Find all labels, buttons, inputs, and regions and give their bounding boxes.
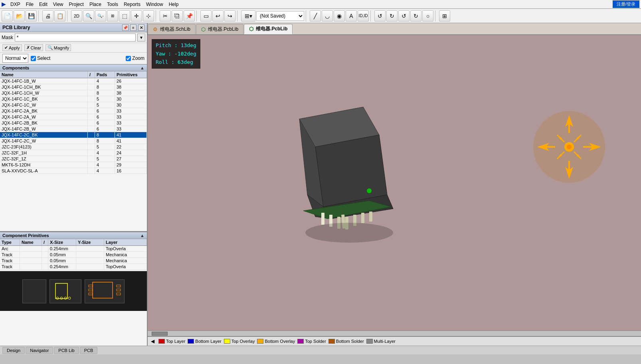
navigation-compass[interactable] <box>529 107 609 187</box>
paste-button[interactable]: 📌 <box>184 10 195 22</box>
zoom-out-button[interactable]: 🔍- <box>95 10 106 22</box>
layer-2[interactable]: Top Overlay <box>224 339 255 344</box>
arc-button[interactable]: ◡ <box>322 10 333 22</box>
components-scroll-up[interactable]: ▲ <box>140 65 144 70</box>
layer-5[interactable]: Bottom Solder <box>328 339 364 344</box>
mask-input[interactable] <box>15 34 136 42</box>
redo-button[interactable]: ↪ <box>224 10 235 22</box>
viewport-hscroll[interactable] <box>148 330 641 336</box>
menu-help[interactable]: Help <box>166 1 181 8</box>
menu-place[interactable]: Place <box>87 1 104 8</box>
layer-0[interactable]: Top Layer <box>158 339 185 344</box>
menu-reports[interactable]: Reports <box>121 1 143 8</box>
grid-btn[interactable]: ⊞▾ <box>241 10 255 22</box>
primitives-scroll-up[interactable]: ▲ <box>140 233 144 238</box>
menu-button[interactable]: ≡ <box>130 24 137 31</box>
grid-selector[interactable]: ⊞▾ <box>241 10 255 22</box>
tab-schlib[interactable]: ⚙ 维电器.SchLib <box>148 24 196 34</box>
2d-view-button[interactable]: 2D <box>71 10 82 22</box>
zoom-fit-button[interactable]: ⊞ <box>107 10 118 22</box>
zoom-checkbox[interactable] <box>126 56 131 61</box>
menu-project[interactable]: Project <box>67 1 86 8</box>
cut-button[interactable]: ✂ <box>160 10 171 22</box>
status-tab-3[interactable]: PCB <box>80 347 98 354</box>
id-button[interactable]: ID,ID <box>358 10 369 22</box>
comp-row-11[interactable]: JZC-23F(4123) 5 22 <box>0 144 147 150</box>
prim-row-2[interactable]: Track 0.05mm Mechanica <box>0 258 147 264</box>
save-button[interactable]: 💾 <box>26 10 37 22</box>
smartpdf-button[interactable]: 📋 <box>54 10 65 22</box>
comp-row-9[interactable]: JQX-14FC-2C_BK 8 41 <box>0 132 147 138</box>
status-tab-0[interactable]: Design <box>2 347 25 354</box>
menu-view[interactable]: View <box>51 1 66 8</box>
apply-button[interactable]: ✔ Apply <box>2 44 22 51</box>
reset-button[interactable]: ○ <box>422 10 433 22</box>
copy-button[interactable]: ⿻ <box>172 10 183 22</box>
redo3-button[interactable]: ↻ <box>410 10 421 22</box>
comp-row-8[interactable]: JQX-14FC-2B_W 6 33 <box>0 126 147 132</box>
rect-button[interactable]: ▭ <box>200 10 212 22</box>
layer-6[interactable]: Multi-Layer <box>366 339 396 344</box>
layer-4[interactable]: Top Solder <box>297 339 326 344</box>
menu-file[interactable]: File <box>24 1 36 8</box>
comp-row-1[interactable]: JQX-14FC-1CH_BK 8 38 <box>0 84 147 90</box>
print-button[interactable]: 🖨 <box>42 10 53 22</box>
comp-row-6[interactable]: JQX-14FC-2A_W 6 33 <box>0 114 147 120</box>
normal-select[interactable]: Normal <box>2 54 28 63</box>
hscroll-thumb[interactable] <box>152 332 168 336</box>
clear-button[interactable]: ✗ Clear <box>24 44 43 51</box>
select-button[interactable]: ⬚ <box>119 10 130 22</box>
comp-row-12[interactable]: JZC-32F_1H 4 24 <box>0 150 147 156</box>
select-checkbox[interactable] <box>31 56 36 61</box>
zoom-in-button[interactable]: 🔍 <box>83 10 94 22</box>
snap-button[interactable]: ⊹ <box>143 10 154 22</box>
comp-name-7: JQX-14FC-2B_BK <box>0 120 88 126</box>
comp-row-4[interactable]: JQX-14FC-1C_W 5 30 <box>0 102 147 108</box>
user-info[interactable]: 注册/登录 <box>613 0 639 8</box>
comp-row-5[interactable]: JQX-14FC-2A_BK 6 33 <box>0 108 147 114</box>
pin-button[interactable]: 📌 <box>122 24 129 31</box>
comp-row-2[interactable]: JQX-14FC-1CH_W 8 38 <box>0 90 147 96</box>
comp-row-3[interactable]: JQX-14FC-1C_BK 5 30 <box>0 96 147 102</box>
status-tab-2[interactable]: PCB Lib <box>54 347 79 354</box>
undo3-button[interactable]: ↺ <box>398 10 410 22</box>
prim-row-0[interactable]: Arc 0.254mm TopOverla <box>0 246 147 252</box>
fill-button[interactable]: ◉ <box>334 10 345 22</box>
menu-edit[interactable]: Edit <box>37 1 50 8</box>
menu-window[interactable]: Window <box>144 1 166 8</box>
comp-row-7[interactable]: JQX-14FC-2B_BK 6 33 <box>0 120 147 126</box>
comp-row-10[interactable]: JQX-14FC-2C_W 8 41 <box>0 138 147 144</box>
comp-name-0: JQX-14FC-1B_W <box>0 78 88 84</box>
prim-row-3[interactable]: Track 0.254mm TopOverla <box>0 264 147 270</box>
menu-tools[interactable]: Tools <box>105 1 121 8</box>
prim-row-1[interactable]: Track 0.05mm Mechanica <box>0 252 147 258</box>
comp-row-15[interactable]: SLA-XXVDC-SL-A 4 16 <box>0 168 147 174</box>
comp-row-14[interactable]: MKT6-S-12DH 4 29 <box>0 162 147 168</box>
magnify-button[interactable]: 🔍 Magnify <box>46 44 71 51</box>
undo-button[interactable]: ↩ <box>212 10 224 22</box>
layer-3[interactable]: Bottom Overlay <box>257 339 295 344</box>
tab-pcblib2[interactable]: ⬡ 维电器.PcbLib <box>244 24 293 34</box>
new-button[interactable]: 📄 <box>2 10 13 22</box>
saved-state-select[interactable]: (Not Saved) <box>256 11 304 21</box>
undo2-button[interactable]: ↺ <box>374 10 386 22</box>
zoom-check-group[interactable]: Zoom <box>126 55 144 61</box>
tab-pcblib1[interactable]: ⬡ 维电器.PcbLib <box>196 24 243 34</box>
comp-row-0[interactable]: JQX-14FC-1B_W 4 26 <box>0 78 147 84</box>
close-button[interactable]: ✕ <box>138 24 144 31</box>
svg-point-3 <box>64 297 67 299</box>
line-button[interactable]: ╱ <box>310 10 321 22</box>
menu-dxp[interactable]: DXP <box>8 1 23 8</box>
cross-button[interactable]: ✛ <box>131 10 142 22</box>
open-button[interactable]: 📂 <box>14 10 25 22</box>
redo2-button[interactable]: ↻ <box>386 10 398 22</box>
mask-dropdown[interactable]: ▾ <box>137 34 145 42</box>
select-check-group[interactable]: Select <box>31 55 50 61</box>
layer-1[interactable]: Bottom Layer <box>188 339 221 344</box>
text-button[interactable]: A <box>346 10 357 22</box>
grid2-button[interactable]: ⊞ <box>439 10 450 22</box>
status-tab-1[interactable]: Navigator <box>26 347 53 354</box>
primitives-table: Type Name / X-Size Y-Size Layer Arc 0.25… <box>0 239 147 271</box>
comp-row-13[interactable]: JZC-32F_1Z 5 27 <box>0 156 147 162</box>
layer-scroll-left[interactable]: ◀ <box>149 338 156 344</box>
